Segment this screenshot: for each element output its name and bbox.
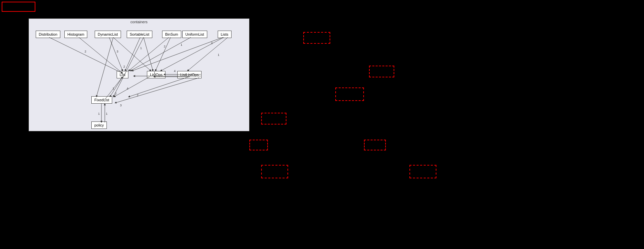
red-box-5 — [249, 140, 268, 150]
svg-line-0 — [49, 37, 123, 73]
svg-text:1: 1 — [181, 43, 182, 46]
svg-text:1: 1 — [106, 112, 108, 115]
node-listops[interactable]: ListOps — [147, 71, 165, 78]
node-histogram[interactable]: Histogram — [64, 31, 87, 38]
node-lists[interactable]: Lists — [218, 31, 232, 38]
svg-line-5 — [144, 37, 153, 71]
svg-text:2: 2 — [164, 45, 165, 48]
svg-line-4 — [125, 37, 140, 71]
svg-line-6 — [128, 37, 169, 71]
svg-line-12 — [110, 77, 123, 97]
node-fixedlist[interactable]: FixedList — [91, 96, 112, 104]
red-box-7 — [261, 165, 288, 178]
svg-text:2: 2 — [123, 65, 125, 68]
svg-text:2: 2 — [115, 92, 117, 95]
svg-text:2: 2 — [137, 94, 139, 97]
node-sortablelist[interactable]: SortableList — [127, 31, 152, 38]
node-listlistops[interactable]: ListListOps — [177, 71, 202, 78]
red-box-8 — [409, 165, 436, 178]
node-list[interactable]: List — [117, 71, 128, 78]
svg-line-34 — [113, 37, 144, 97]
svg-text:2: 2 — [85, 50, 86, 53]
svg-text:1: 1 — [106, 131, 108, 131]
svg-text:1: 1 — [98, 112, 100, 115]
svg-line-17 — [128, 77, 189, 97]
svg-line-13 — [114, 77, 150, 97]
svg-line-11 — [132, 37, 223, 71]
containers-label: containers — [130, 20, 148, 24]
red-box-1 — [303, 32, 330, 44]
svg-line-36 — [96, 37, 113, 97]
svg-text:2: 2 — [211, 41, 213, 45]
red-box-3 — [335, 87, 364, 101]
node-binsum[interactable]: BinSum — [162, 31, 181, 38]
node-distribution[interactable]: Distribution — [36, 31, 60, 38]
red-box-6 — [364, 140, 386, 150]
node-policy[interactable]: policy — [91, 121, 107, 129]
svg-text:3: 3 — [117, 50, 118, 53]
node-dynamiclist[interactable]: DynamicList — [95, 31, 121, 38]
svg-line-3 — [113, 37, 151, 71]
red-box-4 — [261, 113, 286, 124]
diagram-container: containers Distribution Histogram Dynami… — [29, 19, 249, 131]
svg-line-7 — [155, 37, 171, 71]
svg-line-9 — [160, 37, 224, 71]
svg-line-8 — [130, 37, 191, 71]
svg-text:1: 1 — [140, 46, 142, 50]
node-uniformlist[interactable]: UniformList — [182, 31, 207, 38]
svg-text:1: 1 — [113, 87, 114, 90]
svg-line-1 — [79, 37, 123, 73]
svg-line-39 — [115, 78, 199, 103]
svg-line-10 — [187, 37, 228, 71]
svg-text:3: 3 — [120, 104, 122, 107]
svg-text:4: 4 — [127, 87, 128, 90]
red-box-2 — [369, 66, 394, 77]
svg-text:4: 4 — [174, 69, 176, 73]
svg-text:1: 1 — [218, 53, 219, 57]
svg-text:1: 1 — [101, 131, 103, 131]
top-left-red-box — [2, 2, 35, 12]
svg-line-2 — [109, 37, 123, 71]
